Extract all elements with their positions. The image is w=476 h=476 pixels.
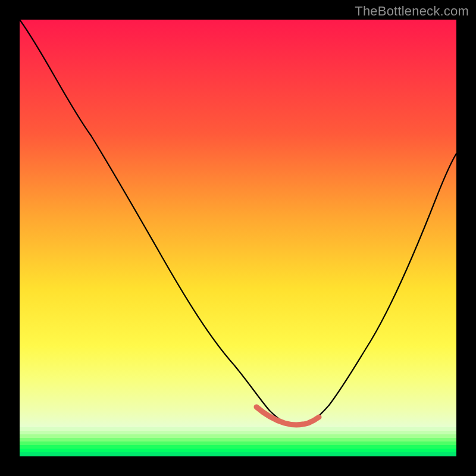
watermark-text: TheBottleneck.com: [355, 4, 469, 19]
curve-layer: [20, 20, 456, 456]
chart-stage: TheBottleneck.com: [0, 0, 476, 476]
bottleneck-curve: [20, 20, 456, 426]
plot-area: [20, 20, 456, 456]
optimal-range-marker: [256, 407, 319, 425]
